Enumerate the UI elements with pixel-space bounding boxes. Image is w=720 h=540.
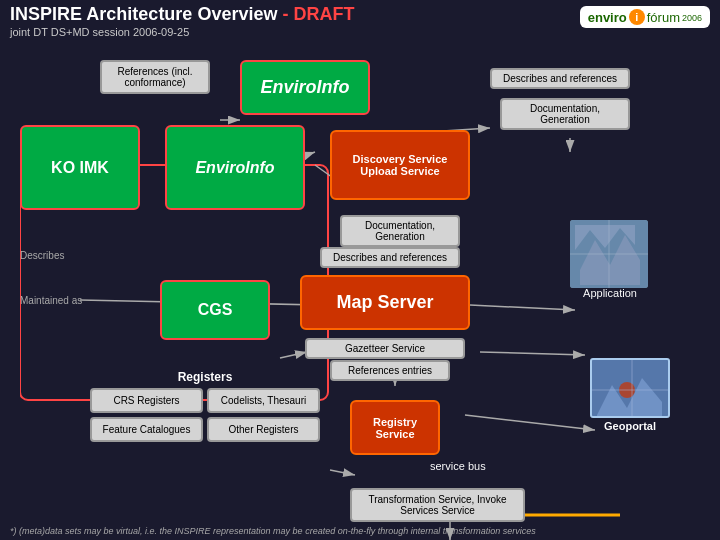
registers-grid: CRS Registers Codelists, Thesauri Featur… bbox=[90, 388, 320, 442]
page: INSPIRE Architecture Overview - DRAFT jo… bbox=[0, 0, 720, 540]
describes-label: Describes bbox=[20, 250, 64, 261]
diagram-area: References (incl. conformance) EnviroInf… bbox=[10, 50, 710, 490]
geoportal-map-thumbnail bbox=[590, 358, 670, 418]
feature-catalogues-item: Feature Catalogues bbox=[90, 417, 203, 442]
registers-area: Registers CRS Registers Codelists, Thesa… bbox=[90, 370, 320, 442]
codelists-item: Codelists, Thesauri bbox=[207, 388, 320, 413]
logo-forum-text: fórum bbox=[647, 10, 680, 25]
registry-service-box: Registry Service bbox=[350, 400, 440, 455]
map-thumbnail bbox=[570, 220, 648, 288]
logo: enviro i fórum 2006 bbox=[580, 6, 710, 28]
ref-entries-box: References entries bbox=[330, 360, 450, 381]
service-bus-label: service bus bbox=[430, 460, 486, 472]
crs-registers-item: CRS Registers bbox=[90, 388, 203, 413]
upload-service-label: Upload Service bbox=[360, 165, 439, 177]
logo-enviro-text: enviro bbox=[588, 10, 627, 25]
logo-i-circle: i bbox=[629, 9, 645, 25]
svg-line-18 bbox=[465, 415, 595, 430]
geoportal-box: Geoportal bbox=[590, 358, 670, 432]
describes-references-bottom: Describes and references bbox=[320, 247, 460, 268]
doc-gen-mid-box: Documentation, Generation bbox=[340, 215, 460, 247]
registers-title: Registers bbox=[90, 370, 320, 384]
enviroinfo-top-box: EnviroInfo bbox=[240, 60, 370, 115]
svg-line-17 bbox=[330, 470, 355, 475]
map-server-box: Map Server bbox=[300, 275, 470, 330]
ko-imk-box: KO IMK bbox=[20, 125, 140, 210]
footer-note: *) (meta)data sets may be virtual, i.e. … bbox=[10, 526, 710, 536]
doc-gen-top-box: Documentation, Generation bbox=[500, 98, 630, 130]
geoportal-label: Geoportal bbox=[590, 420, 670, 432]
maintained-as-label: Maintained as bbox=[20, 295, 82, 306]
cgs-box: CGS bbox=[160, 280, 270, 340]
svg-line-13 bbox=[280, 352, 307, 358]
references-box: References (incl. conformance) bbox=[100, 60, 210, 94]
application-label: Application bbox=[570, 287, 650, 299]
enviroinfo-mid-box: EnviroInfo bbox=[165, 125, 305, 210]
discovery-service-label: Discovery Service bbox=[353, 153, 448, 165]
svg-line-15 bbox=[480, 352, 585, 355]
other-registers-item: Other Registers bbox=[207, 417, 320, 442]
describes-references-top: Describes and references bbox=[490, 68, 630, 89]
transformation-service-box: Transformation Service, Invoke Services … bbox=[350, 488, 525, 522]
svg-line-12 bbox=[470, 305, 575, 310]
gazetteer-box: Gazetteer Service bbox=[305, 338, 465, 359]
discovery-upload-box: Discovery Service Upload Service bbox=[330, 130, 470, 200]
logo-year: 2006 bbox=[682, 13, 702, 23]
